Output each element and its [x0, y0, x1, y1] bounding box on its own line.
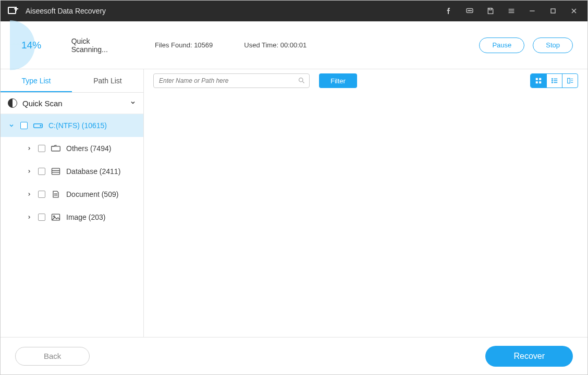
app-title: Aiseesoft Data Recovery — [26, 7, 106, 15]
drive-icon — [33, 121, 43, 130]
document-icon — [51, 190, 61, 198]
svg-point-16 — [40, 126, 41, 127]
view-switch — [530, 73, 578, 88]
status-info: Files Found: 10569 Used Time: 00:00:01 — [124, 41, 479, 49]
svg-rect-28 — [539, 78, 541, 80]
view-detail-button[interactable] — [562, 74, 578, 88]
scan-status-label: Quick Scanning... — [71, 37, 124, 54]
database-icon — [51, 167, 61, 176]
folder-icon — [51, 144, 61, 153]
quick-scan-section[interactable]: Quick Scan — [1, 92, 143, 114]
back-button[interactable]: Back — [15, 347, 90, 366]
maximize-icon[interactable] — [546, 4, 560, 18]
tree-item-document[interactable]: Document (509) — [1, 183, 143, 206]
main-panel: Filter — [144, 69, 587, 337]
recover-button[interactable]: Recover — [485, 346, 573, 367]
svg-rect-0 — [8, 7, 16, 14]
status-bar: 14% Quick Scanning... Files Found: 10569… — [1, 21, 587, 69]
checkbox[interactable] — [38, 191, 45, 198]
progress-percent: 14% — [21, 40, 41, 51]
facebook-icon[interactable] — [442, 4, 456, 18]
svg-rect-18 — [52, 168, 60, 174]
svg-point-6 — [471, 10, 471, 11]
sidebar: Type List Path List Quick Scan — [1, 69, 144, 337]
tree-item-database[interactable]: Database (2411) — [1, 160, 143, 183]
used-time-label: Used Time: 00:00:01 — [244, 41, 307, 49]
checkbox[interactable] — [38, 214, 45, 221]
footer: Back Recover — [1, 337, 587, 374]
item-label: Others (7494) — [66, 144, 111, 153]
search-input[interactable] — [153, 73, 310, 88]
menu-icon[interactable] — [504, 4, 519, 18]
chevron-right-icon — [26, 146, 33, 151]
view-grid-button[interactable] — [531, 74, 546, 88]
content-area — [144, 92, 587, 337]
progress-panel: 14% Quick Scanning... — [1, 21, 124, 69]
chevron-right-icon — [26, 169, 33, 174]
tab-path-list[interactable]: Path List — [72, 69, 143, 92]
app-window: Aiseesoft Data Recovery 14% — [0, 0, 588, 375]
svg-point-25 — [299, 78, 303, 82]
contrast-icon — [8, 98, 17, 108]
titlebar: Aiseesoft Data Recovery — [1, 1, 587, 21]
svg-point-31 — [552, 79, 552, 79]
feedback-icon[interactable] — [462, 4, 477, 18]
tree-item-others[interactable]: Others (7494) — [1, 137, 143, 160]
search-icon[interactable] — [298, 77, 305, 86]
toolbar: Filter — [144, 69, 587, 92]
svg-rect-27 — [536, 78, 538, 80]
svg-rect-37 — [567, 78, 570, 83]
checkbox[interactable] — [38, 145, 45, 152]
workspace: Type List Path List Quick Scan — [1, 69, 587, 337]
sidebar-tabs: Type List Path List — [1, 69, 143, 92]
close-icon[interactable] — [567, 4, 581, 18]
svg-point-33 — [552, 80, 552, 81]
view-list-button[interactable] — [546, 74, 562, 88]
svg-rect-7 — [489, 8, 492, 10]
svg-line-26 — [302, 81, 304, 83]
drive-label: C:(NTFS) (10615) — [48, 121, 107, 130]
search-box — [153, 73, 310, 88]
image-icon — [51, 213, 61, 221]
svg-rect-30 — [539, 81, 541, 83]
svg-rect-17 — [52, 146, 60, 151]
item-label: Image (203) — [66, 213, 105, 221]
svg-point-4 — [468, 10, 469, 11]
checkbox[interactable] — [38, 168, 45, 175]
save-icon[interactable] — [483, 4, 498, 18]
chevron-right-icon — [26, 215, 33, 220]
svg-rect-12 — [551, 9, 555, 13]
app-logo-icon — [7, 5, 19, 17]
item-label: Database (2411) — [66, 167, 120, 176]
checkbox[interactable] — [20, 122, 28, 129]
item-label: Document (509) — [66, 190, 118, 198]
chevron-down-icon — [130, 99, 136, 107]
stop-button[interactable]: Stop — [533, 38, 573, 53]
svg-point-35 — [552, 82, 552, 83]
chevron-right-icon — [26, 192, 33, 197]
quick-scan-label: Quick Scan — [22, 99, 63, 108]
filter-button[interactable]: Filter — [319, 73, 357, 88]
file-tree: C:(NTFS) (10615) Others (7494) — [1, 114, 143, 337]
tab-type-list[interactable]: Type List — [1, 69, 72, 92]
files-found-label: Files Found: 10569 — [155, 41, 213, 49]
minimize-icon[interactable] — [525, 4, 540, 18]
chevron-down-icon — [8, 122, 15, 129]
svg-point-24 — [53, 216, 55, 217]
svg-rect-29 — [536, 81, 538, 83]
tree-item-drive[interactable]: C:(NTFS) (10615) — [1, 114, 143, 137]
svg-point-5 — [469, 10, 470, 11]
pause-button[interactable]: Pause — [479, 38, 524, 53]
progress-circle: 14% — [10, 21, 56, 69]
tree-item-image[interactable]: Image (203) — [1, 206, 143, 229]
